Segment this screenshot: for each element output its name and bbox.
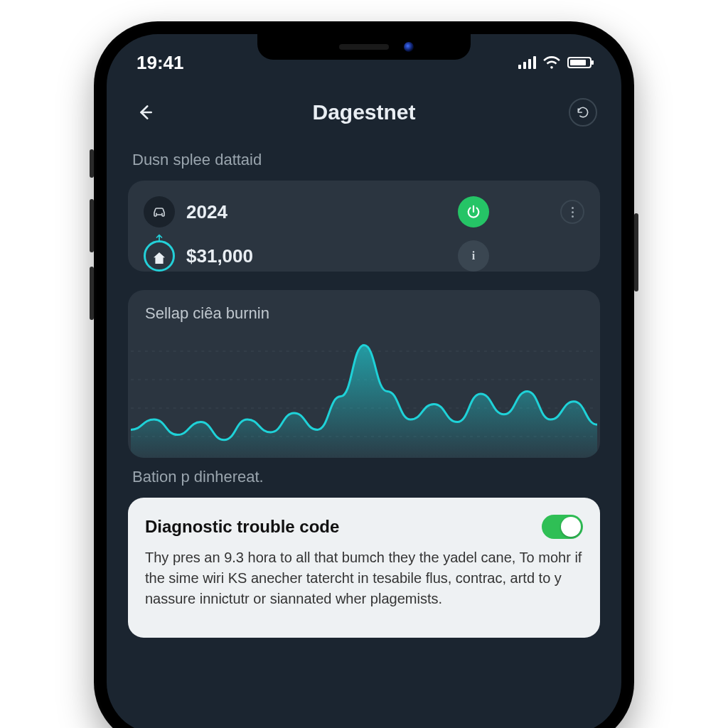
- activity-chart[interactable]: [131, 330, 597, 458]
- svg-point-0: [156, 213, 157, 215]
- nav-bar: Dagestnet: [107, 77, 621, 136]
- chart-title: Sellap ciêa burnin: [145, 304, 583, 323]
- cellular-signal-icon: [518, 56, 536, 69]
- home-icon: [154, 252, 165, 264]
- silence-switch: [90, 149, 94, 178]
- stat-amount-value: $31,000: [186, 245, 253, 267]
- phone-notch: [257, 34, 471, 60]
- power-button: [634, 213, 638, 291]
- status-time: 19:41: [136, 52, 184, 74]
- dtc-card: Diagnostic trouble code Thy pres an 9.3 …: [128, 498, 600, 638]
- dtc-body-text: Thy pres an 9.3 hora to all that bumch t…: [145, 547, 583, 609]
- volume-down-button: [90, 267, 94, 320]
- dtc-title: Diagnostic trouble code: [145, 517, 339, 537]
- stat-row-year: 2024: [144, 196, 584, 228]
- stat-row-amount: $31,000 i: [144, 240, 584, 272]
- battery-icon: [567, 57, 592, 68]
- back-button[interactable]: [131, 98, 159, 127]
- volume-up-button: [90, 199, 94, 252]
- power-action-button[interactable]: [458, 196, 489, 228]
- arrow-up-icon: [154, 232, 164, 242]
- dtc-toggle[interactable]: [542, 515, 583, 539]
- overview-card: 2024: [128, 181, 600, 272]
- info-button[interactable]: i: [458, 240, 489, 272]
- wifi-icon: [543, 56, 560, 69]
- power-icon: [466, 204, 481, 220]
- car-icon: [144, 196, 175, 228]
- card-more-button[interactable]: [560, 200, 584, 224]
- speaker-grille: [339, 44, 389, 50]
- front-camera: [404, 42, 414, 52]
- page-title: Dagestnet: [312, 100, 415, 124]
- overview-section-label: Dusn splee dattaid: [132, 151, 596, 169]
- stat-year-value: 2024: [186, 201, 228, 223]
- refresh-icon: [576, 105, 590, 119]
- phone-frame: 19:41 Dagestnet: [94, 21, 634, 728]
- chart-card: Sellap ciêa burnin: [128, 290, 600, 458]
- refresh-button[interactable]: [569, 98, 597, 127]
- svg-point-1: [161, 213, 163, 215]
- section-two-label: Bation p dinhereat.: [132, 468, 596, 486]
- home-upload-icon: [144, 240, 175, 272]
